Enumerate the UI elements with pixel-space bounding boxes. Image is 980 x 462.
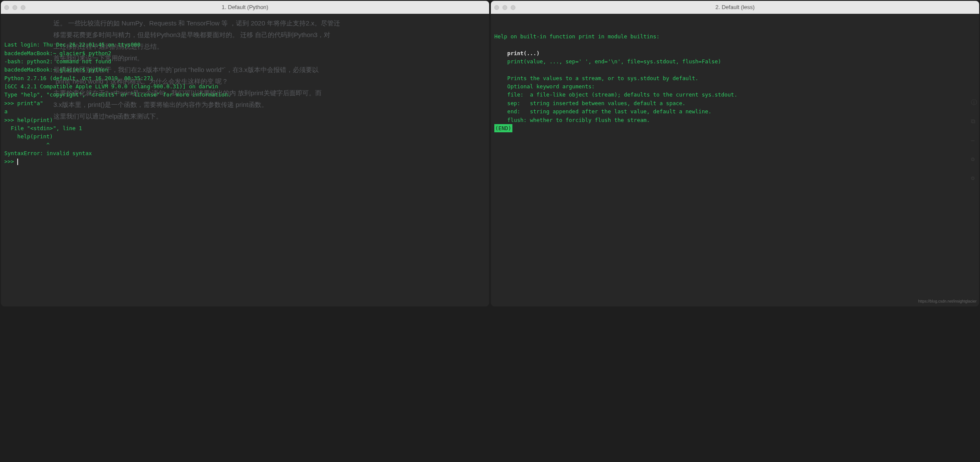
terminal-line: (END): [494, 124, 976, 132]
terminal-line: -bash: python2: command not found: [4, 57, 486, 66]
line-icon: —: [971, 136, 978, 143]
close-icon[interactable]: [4, 5, 9, 10]
terminal-line: Type "help", "copyright", "credits" or "…: [4, 91, 486, 99]
close-icon[interactable]: [494, 5, 499, 10]
terminal-body-left[interactable]: 近。 一些比较流行的如 NumPy、Requests 和 TensorFlow …: [1, 14, 489, 306]
watermark: https://blog.csdn.net/insightglacier: [918, 299, 977, 305]
terminal-line: File "<stdin>", line 1: [4, 124, 486, 132]
copy-icon: ⧉: [971, 117, 978, 124]
window-title-left: 1. Default (Python): [4, 3, 486, 12]
minimize-icon[interactable]: [12, 5, 17, 10]
titlebar-right[interactable]: 2. Default (less): [491, 1, 979, 14]
terminal-line: Last login: Thu Dec 26 22:01:45 on ttys0…: [4, 41, 486, 49]
traffic-lights[interactable]: [4, 5, 25, 10]
terminal-line: sep: string inserted between values, def…: [494, 99, 976, 107]
terminal-line: file: a file-like object (stream); defau…: [494, 91, 976, 99]
terminal-line: help(print): [4, 132, 486, 140]
gear-icon: ⚙: [971, 155, 978, 162]
gear2-icon: ⚙: [971, 174, 978, 181]
terminal-pane-left[interactable]: 1. Default (Python) 近。 一些比较流行的如 NumPy、Re…: [1, 1, 489, 306]
maximize-icon[interactable]: [511, 5, 515, 10]
right-gutter-icons: ⓘ ⧉ — ⚙ ⚙: [971, 98, 978, 181]
terminal-line: SyntaxError: invalid syntax: [4, 149, 486, 157]
maximize-icon[interactable]: [21, 5, 25, 10]
terminal-pane-right[interactable]: 2. Default (less) Help on built-in funct…: [491, 1, 979, 306]
terminal-line: flush: whether to forcibly flush the str…: [494, 116, 976, 124]
terminal-line: bacdedeMacBook:~ glacier$ python2: [4, 49, 486, 57]
cursor: [17, 159, 18, 165]
terminal-line: >>> print"a": [4, 99, 486, 107]
terminal-line: >>>: [4, 157, 486, 165]
terminal-line: Help on built-in function print in modul…: [494, 32, 976, 41]
terminal-line: print(value, ..., sep=' ', end='\n', fil…: [494, 57, 976, 66]
terminal-line: a: [4, 107, 486, 116]
titlebar-left[interactable]: 1. Default (Python): [1, 1, 489, 14]
terminal-line: [GCC 4.2.1 Compatible Apple LLVM 9.0.0 (…: [4, 82, 486, 91]
info-icon: ⓘ: [971, 98, 978, 105]
terminal-line: >>> help(print): [4, 116, 486, 124]
terminal-body-right[interactable]: Help on built-in function print in modul…: [491, 14, 979, 306]
terminal-line: Prints the values to a stream, or to sys…: [494, 74, 976, 82]
terminal-line: [494, 41, 976, 49]
terminal-line: print(...): [494, 49, 976, 57]
terminal-line: Optional keyword arguments:: [494, 82, 976, 91]
minimize-icon[interactable]: [502, 5, 507, 10]
terminal-line: end: string appended after the last valu…: [494, 107, 976, 116]
end-marker: (END): [494, 124, 512, 132]
terminal-line: [494, 66, 976, 74]
window-title-right: 2. Default (less): [494, 3, 976, 12]
terminal-line: Python 2.7.16 (default, Oct 16 2019, 00:…: [4, 74, 486, 82]
terminal-line: bacdedeMacBook:~ glacier$ python: [4, 66, 486, 74]
traffic-lights[interactable]: [494, 5, 515, 10]
terminal-line: ^: [4, 141, 486, 149]
